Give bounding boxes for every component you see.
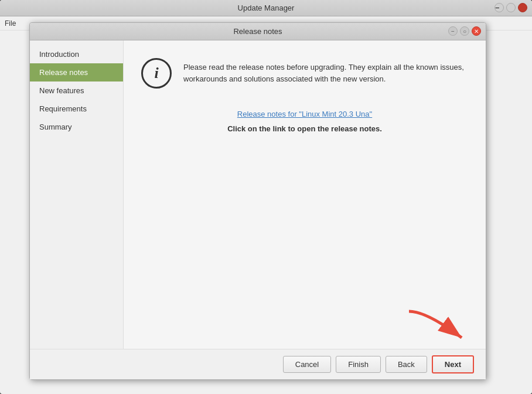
dialog-close-button[interactable]: ✕ (472, 26, 481, 36)
release-notes-dialog: Release notes − ○ ✕ Introduction Release… (29, 22, 486, 380)
sidebar: Introduction Release notes New features … (30, 40, 124, 349)
sidebar-item-requirements[interactable]: Requirements (30, 100, 123, 118)
finish-button[interactable]: Finish (336, 356, 381, 373)
main-content: i Please read the release notes before u… (124, 40, 486, 349)
sidebar-item-new-features[interactable]: New features (30, 81, 123, 100)
dialog-body: Introduction Release notes New features … (30, 40, 486, 349)
dialog-titlebar: Release notes − ○ ✕ (30, 23, 486, 40)
dialog-minimize-button[interactable]: − (448, 26, 458, 36)
bg-maximize-button[interactable] (506, 3, 516, 12)
back-button[interactable]: Back (386, 356, 427, 373)
dialog-title: Release notes (233, 27, 282, 36)
release-notes-link[interactable]: Release notes for "Linux Mint 20.3 Una" (141, 110, 468, 118)
sidebar-item-introduction[interactable]: Introduction (30, 45, 123, 63)
bg-window-title: Update Manager (238, 4, 295, 12)
dialog-footer: Cancel Finish Back Next (30, 349, 486, 379)
info-icon: i (141, 58, 172, 89)
click-instruction: Click on the link to open the release no… (141, 124, 468, 133)
bg-close-button[interactable] (518, 3, 527, 12)
sidebar-item-summary[interactable]: Summary (30, 118, 123, 136)
next-button[interactable]: Next (432, 355, 474, 373)
bg-window-controls: − (495, 3, 527, 12)
dialog-maximize-button[interactable]: ○ (460, 26, 469, 36)
cancel-button[interactable]: Cancel (283, 356, 331, 373)
bg-menu-file[interactable]: File (5, 19, 16, 28)
bg-minimize-button[interactable]: − (495, 3, 504, 12)
sidebar-item-release-notes[interactable]: Release notes (30, 63, 123, 81)
info-text: Please read the release notes before upg… (183, 58, 468, 84)
bg-titlebar: Update Manager − (0, 0, 532, 16)
dialog-window-controls: − ○ ✕ (448, 26, 481, 36)
info-section: i Please read the release notes before u… (141, 58, 468, 89)
